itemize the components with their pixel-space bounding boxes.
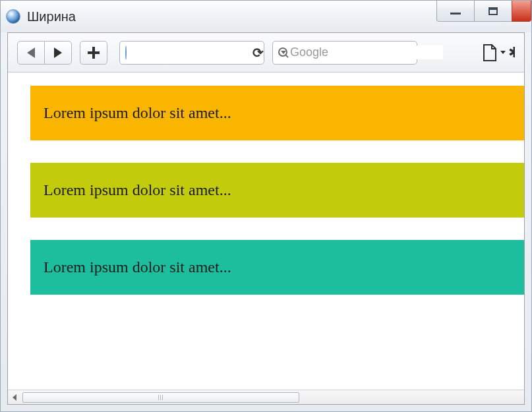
right-toolbar-group: ✱	[482, 44, 515, 62]
globe-icon	[125, 45, 127, 60]
horizontal-scrollbar[interactable]	[8, 390, 524, 404]
minimize-button[interactable]	[436, 1, 475, 22]
new-tab-button[interactable]	[80, 41, 107, 65]
search-bar[interactable]	[272, 41, 417, 65]
url-bar[interactable]: ⟳	[119, 41, 264, 65]
scrollbar-track[interactable]	[21, 392, 524, 403]
client-area: ⟳ ✱	[7, 32, 525, 405]
content-body: Lorem ipsum dolor sit amet... Lorem ipsu…	[8, 73, 524, 330]
content-block: Lorem ipsum dolor sit amet...	[30, 163, 524, 218]
maximize-icon	[488, 7, 498, 15]
content-block: Lorem ipsum dolor sit amet...	[30, 86, 524, 140]
window-controls	[437, 1, 531, 22]
page-menu-button[interactable]	[482, 44, 498, 62]
reload-button[interactable]: ⟳	[252, 45, 264, 61]
block-text: Lorem ipsum dolor sit amet...	[44, 258, 231, 276]
scroll-left-button[interactable]	[8, 391, 21, 404]
grip-icon	[160, 395, 161, 400]
grip-icon	[158, 395, 159, 400]
search-input[interactable]	[290, 45, 443, 59]
back-icon	[27, 47, 35, 58]
chevron-left-icon	[13, 394, 16, 401]
titlebar[interactable]: Ширина	[1, 1, 531, 32]
close-button[interactable]	[512, 1, 531, 22]
navigation-toolbar: ⟳ ✱	[8, 33, 524, 73]
block-text: Lorem ipsum dolor sit amet...	[44, 104, 231, 121]
browser-window: Ширина	[0, 0, 532, 412]
window-title: Ширина	[27, 9, 76, 24]
nav-button-group	[17, 41, 72, 65]
url-input[interactable]	[132, 47, 247, 58]
scrollbar-thumb[interactable]	[22, 392, 299, 403]
maximize-button[interactable]	[474, 1, 512, 22]
minimize-icon	[450, 13, 461, 15]
back-button[interactable]	[17, 41, 45, 65]
grip-icon	[162, 395, 163, 400]
plus-icon	[88, 47, 100, 59]
reload-icon: ⟳	[252, 45, 264, 60]
page-content[interactable]: Lorem ipsum dolor sit amet... Lorem ipsu…	[8, 73, 524, 390]
block-text: Lorem ipsum dolor sit amet...	[44, 181, 231, 198]
settings-button[interactable]: ✱	[508, 44, 515, 61]
app-favicon-icon	[6, 9, 20, 24]
forward-button[interactable]	[44, 41, 72, 65]
page-icon	[482, 44, 498, 62]
forward-icon	[54, 47, 62, 58]
content-block: Lorem ipsum dolor sit amet...	[30, 240, 524, 295]
page-menu-dropdown-icon[interactable]	[500, 51, 506, 54]
gear-icon: ✱	[508, 44, 515, 61]
